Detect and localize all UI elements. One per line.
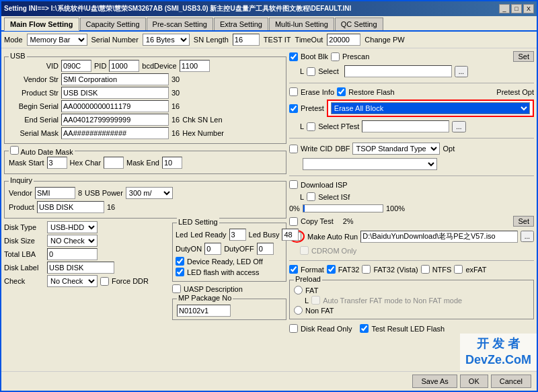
cancel-button[interactable]: Cancel bbox=[491, 375, 531, 388]
auto-date-checkbox[interactable] bbox=[10, 146, 19, 155]
tab-capacity[interactable]: Capacity Setting bbox=[80, 17, 146, 30]
mp-package-input[interactable] bbox=[177, 305, 231, 317]
led-duty-row: DutyON DutyOFF bbox=[176, 243, 283, 255]
maximize-button[interactable]: □ bbox=[511, 4, 522, 13]
copy-test-row: Copy Test 2% Set bbox=[289, 216, 534, 227]
uasp-checkbox[interactable] bbox=[172, 284, 181, 293]
end-serial-input[interactable] bbox=[61, 114, 169, 126]
write-cid-row: Write CID DBF TSOP Standard Type Opt bbox=[289, 143, 534, 155]
total-lba-input[interactable] bbox=[47, 248, 98, 260]
device-ready-checkbox[interactable] bbox=[176, 257, 184, 266]
format-checkbox[interactable] bbox=[289, 265, 298, 274]
write-cid-extra-select[interactable] bbox=[303, 158, 437, 170]
led-ready-input[interactable] bbox=[229, 229, 246, 241]
copy-test-checkbox[interactable] bbox=[289, 217, 298, 226]
make-auto-run-input[interactable] bbox=[360, 231, 517, 243]
fat32-checkbox[interactable] bbox=[327, 265, 336, 274]
write-cid-checkbox[interactable] bbox=[289, 145, 298, 153]
ok-button[interactable]: OK bbox=[460, 375, 488, 388]
save-as-button[interactable]: Save As bbox=[412, 375, 457, 388]
disk-read-only-checkbox[interactable] bbox=[289, 324, 298, 333]
inquiry-product-input[interactable] bbox=[37, 201, 104, 213]
select-input[interactable] bbox=[344, 65, 452, 77]
l-label: L bbox=[300, 67, 304, 75]
mp-label: MP Package No bbox=[177, 294, 233, 302]
check-row: Check No Check Force DDR bbox=[4, 275, 169, 287]
auto-transfer-checkbox[interactable] bbox=[311, 296, 320, 305]
ntfs-checkbox[interactable] bbox=[421, 265, 430, 274]
test-result-checkbox[interactable] bbox=[360, 324, 369, 333]
opt-label: Opt bbox=[443, 145, 455, 153]
set2-button[interactable]: Set bbox=[513, 216, 534, 227]
disk-size-select[interactable]: NO Check bbox=[47, 235, 98, 247]
preload-fat-row: FAT bbox=[294, 283, 529, 295]
pid-input[interactable] bbox=[109, 60, 139, 72]
tab-prescan[interactable]: Pre-scan Setting bbox=[147, 17, 213, 30]
product-str-input[interactable] bbox=[61, 87, 169, 99]
pretest-checkbox[interactable] bbox=[289, 104, 298, 113]
select-ptest-browse[interactable]: ... bbox=[452, 121, 465, 132]
usb-power-select[interactable]: 300 m/ bbox=[126, 187, 173, 199]
select-browse-button[interactable]: ... bbox=[455, 66, 468, 77]
download-isp-checkbox[interactable] bbox=[289, 180, 298, 189]
bcd-input[interactable] bbox=[180, 60, 210, 72]
cdrom-only-row: CDROM Only bbox=[300, 246, 534, 255]
duty-off-input[interactable] bbox=[257, 243, 274, 255]
tsop-select[interactable]: TSOP Standard Type bbox=[352, 143, 440, 155]
close-button[interactable]: X bbox=[523, 4, 534, 13]
tab-multilun[interactable]: Multi-lun Setting bbox=[269, 17, 334, 30]
select-ptest-checkbox[interactable] bbox=[307, 122, 315, 131]
check-select[interactable]: No Check bbox=[47, 275, 98, 287]
erase-info-checkbox[interactable] bbox=[289, 87, 298, 96]
disk-label-input[interactable] bbox=[47, 262, 114, 274]
restore-flash-checkbox[interactable] bbox=[337, 87, 346, 96]
force-ddr-checkbox[interactable] bbox=[100, 277, 109, 286]
auto-transfer-label: Auto Transfer FAT mode to Non FAT mode bbox=[323, 297, 462, 305]
tab-qc[interactable]: QC Setting bbox=[335, 17, 383, 30]
cdrom-only-checkbox[interactable] bbox=[300, 246, 309, 255]
hex-char-input[interactable] bbox=[104, 157, 124, 169]
minimize-button[interactable]: _ bbox=[499, 4, 510, 13]
product-str-label: Product Str bbox=[11, 89, 59, 97]
boot-blk-checkbox[interactable] bbox=[289, 52, 298, 61]
preload-fat-radio[interactable] bbox=[294, 286, 303, 295]
serial-mask-input[interactable] bbox=[61, 127, 169, 139]
mask-start-input[interactable] bbox=[47, 157, 67, 169]
duty-on-input[interactable] bbox=[204, 243, 221, 255]
inquiry-vendor-input[interactable] bbox=[35, 187, 75, 199]
prescan-checkbox[interactable] bbox=[331, 52, 340, 61]
fat32-vista-checkbox[interactable] bbox=[362, 265, 371, 274]
timeout-input[interactable] bbox=[327, 34, 360, 46]
auto-date-label: Auto Date Mask bbox=[9, 146, 75, 156]
copy-test-label: Copy Test bbox=[301, 217, 334, 225]
sn-length-input[interactable] bbox=[233, 34, 260, 46]
disk-size-label: Disk Size bbox=[4, 237, 44, 245]
preload-label: Preload bbox=[294, 275, 322, 283]
mask-end-input[interactable] bbox=[162, 157, 182, 169]
non-fat-radio[interactable] bbox=[294, 306, 303, 315]
vendor-str-input[interactable] bbox=[61, 73, 169, 85]
exfat-checkbox[interactable] bbox=[454, 265, 463, 274]
write-cid-extra-row bbox=[289, 158, 534, 170]
tab-extra[interactable]: Extra Setting bbox=[214, 17, 268, 30]
bottom-row: Disk Type USB-HDD Disk Size NO Check Tot… bbox=[4, 221, 286, 320]
make-auto-run-browse[interactable]: ... bbox=[521, 231, 534, 242]
select-checkbox[interactable] bbox=[307, 67, 315, 76]
disk-type-select[interactable]: USB-HDD bbox=[47, 221, 98, 233]
select-ptest-input[interactable] bbox=[362, 120, 449, 132]
l4-label: L bbox=[305, 297, 309, 305]
serial-number-select[interactable]: 16 Bytes bbox=[143, 34, 190, 46]
vid-input[interactable] bbox=[61, 60, 91, 72]
tab-main-flow[interactable]: Main Flow Setting bbox=[4, 17, 79, 31]
restore-flash-label: Restore Flash bbox=[348, 88, 394, 96]
led-flash-checkbox[interactable] bbox=[176, 268, 184, 276]
led-busy-input[interactable] bbox=[282, 229, 299, 241]
select-isf-checkbox[interactable] bbox=[307, 192, 315, 201]
mode-select[interactable]: Memory Bar bbox=[27, 34, 87, 46]
erase-all-block-select[interactable]: Erase All Block bbox=[331, 102, 530, 114]
led-label: LED Setting bbox=[177, 218, 219, 226]
set-button[interactable]: Set bbox=[513, 51, 534, 62]
product-str-row: Product Str 30 bbox=[9, 87, 282, 99]
serial-mask-label: Serial Mask bbox=[11, 129, 59, 137]
begin-serial-input[interactable] bbox=[61, 100, 169, 112]
